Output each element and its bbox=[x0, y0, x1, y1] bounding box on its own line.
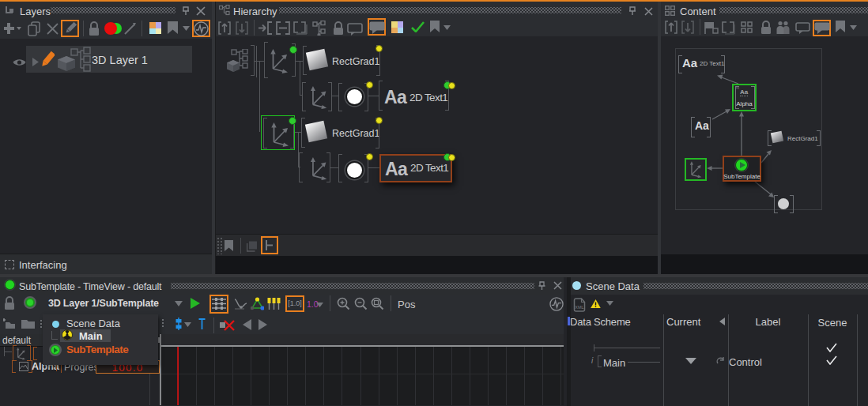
svg-text:XML: XML bbox=[575, 305, 583, 310]
